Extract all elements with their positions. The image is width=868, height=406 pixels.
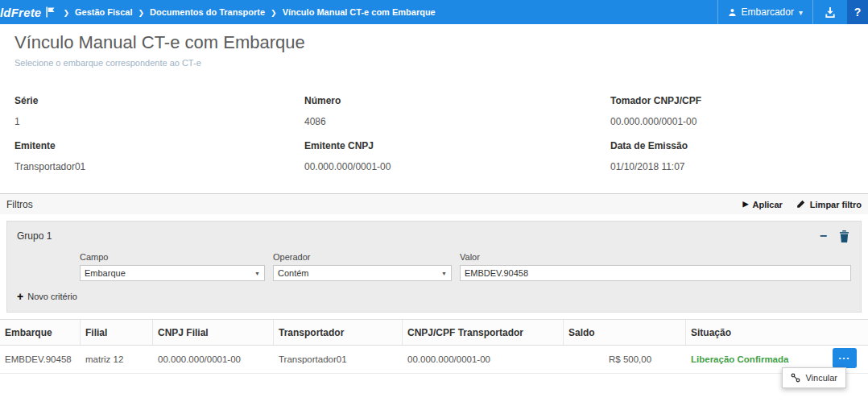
clear-filter-label: Limpar filtro [810, 200, 862, 209]
user-icon [728, 8, 737, 17]
select-arrow-icon: ▼ [254, 271, 260, 276]
select-arrow-icon: ▼ [441, 271, 447, 276]
cell-cnpj-transportador: 00.000.000/0001-00 [403, 346, 564, 373]
filters-actions: ▶ Aplicar Limpar filtro [743, 199, 862, 209]
detail-field-emitente-cnpj: Emitente CNPJ 00.000.000/0001-00 [304, 140, 610, 172]
table-row[interactable]: EMBDEV.90458 matriz 12 00.000.000/0001-0… [0, 346, 868, 374]
chevron-right-icon: ❯ [271, 10, 277, 17]
collapse-group-button[interactable]: − [820, 230, 827, 242]
operador-select[interactable]: Contém ▼ [273, 265, 452, 281]
topbar: ldFrete ❯ Gestão Fiscal ❯ Documentos do … [0, 0, 868, 24]
link-icon [791, 373, 800, 383]
detail-value: 4086 [304, 116, 610, 127]
campo-label: Campo [80, 252, 265, 262]
detail-field-emitente: Emitente Transportador01 [14, 140, 304, 172]
header-cell-embarque: Embarque [0, 320, 81, 345]
campo-field: Campo Embarque ▼ [80, 252, 265, 281]
valor-field: Valor [460, 252, 851, 281]
breadcrumb-item-gestao-fiscal[interactable]: Gestão Fiscal [75, 7, 133, 17]
breadcrumb: ❯ Gestão Fiscal ❯ Documentos do Transpor… [63, 7, 435, 17]
cell-transportador: Transportador01 [274, 346, 403, 373]
detail-label: Tomador CNPJ/CPF [610, 95, 868, 106]
filter-group-title: Grupo 1 [17, 230, 52, 242]
operador-label: Operador [273, 252, 452, 262]
app-logo[interactable]: ldFrete [0, 6, 56, 19]
header-cell-cnpj-filial: CNPJ Filial [153, 320, 274, 345]
user-menu-label: Embarcador [742, 6, 794, 18]
filter-group: Grupo 1 − Campo Embarque ▼ [6, 221, 862, 313]
results-table: Embarque Filial CNPJ Filial Transportado… [0, 319, 868, 374]
breadcrumb-item-documentos-transporte[interactable]: Documentos do Transporte [150, 7, 265, 17]
detail-field-data-emissao: Data de Emissão 01/10/2018 11:07 [610, 140, 868, 172]
header-cell-filial: Filial [81, 320, 153, 345]
detail-value: 01/10/2018 11:07 [610, 161, 868, 172]
download-icon [824, 6, 837, 19]
flag-icon [45, 6, 56, 18]
page-header: Vínculo Manual CT-e com Embarque Selecio… [0, 24, 868, 68]
cell-saldo: R$ 500,00 [564, 346, 686, 373]
delete-group-button[interactable] [839, 230, 849, 242]
valor-label: Valor [460, 252, 851, 262]
filters-title: Filtros [6, 199, 33, 210]
detail-field-tomador: Tomador CNPJ/CPF 00.000.000/0001-00 [610, 95, 868, 127]
detail-label: Série [14, 95, 304, 106]
detail-value: Transportador01 [14, 161, 304, 172]
add-criterion-label: Novo critério [27, 292, 77, 301]
trash-icon [839, 230, 849, 242]
chevron-right-icon: ❯ [138, 10, 145, 17]
download-button[interactable] [813, 0, 847, 24]
cell-filial: matriz 12 [81, 346, 153, 373]
apply-filter-label: Aplicar [753, 200, 783, 209]
clear-filter-button[interactable]: Limpar filtro [796, 199, 862, 209]
breadcrumb-item-vinculo-manual[interactable]: Vínculo Manual CT-e com Embarque [283, 7, 436, 17]
chevron-down-icon: ▾ [799, 8, 803, 17]
page-title: Vínculo Manual CT-e com Embarque [14, 32, 868, 53]
campo-select[interactable]: Embarque ▼ [80, 265, 265, 281]
detail-field-serie: Série 1 [14, 95, 304, 127]
apply-filter-button[interactable]: ▶ Aplicar [743, 200, 783, 209]
cell-embarque: EMBDEV.90458 [0, 346, 81, 373]
header-cell-cnpj-transportador: CNPJ/CPF Transportador [403, 320, 564, 345]
cte-details-section: Série 1 Número 4086 Tomador CNPJ/CPF 00.… [0, 95, 868, 185]
vincular-menu-item[interactable]: Vincular [782, 367, 846, 388]
operador-field: Operador Contém ▼ [273, 252, 452, 281]
filter-group-actions: − [820, 230, 849, 242]
detail-value: 00.000.000/0001-00 [610, 116, 868, 127]
help-button[interactable]: ? [847, 0, 868, 24]
detail-label: Data de Emissão [610, 140, 868, 151]
filter-group-header: Grupo 1 − [7, 228, 861, 242]
operador-selected-value: Contém [278, 268, 309, 278]
table-header-row: Embarque Filial CNPJ Filial Transportado… [0, 319, 868, 346]
filter-criterion-row: Campo Embarque ▼ Operador Contém ▼ Valor [80, 252, 851, 281]
valor-input[interactable] [460, 265, 851, 281]
header-cell-saldo: Saldo [564, 320, 686, 345]
campo-selected-value: Embarque [85, 268, 126, 278]
chevron-right-icon: ❯ [63, 10, 69, 17]
user-menu[interactable]: Embarcador ▾ [717, 0, 813, 24]
detail-value: 1 [14, 116, 304, 127]
detail-value: 00.000.000/0001-00 [304, 161, 610, 172]
logo-text: ldFrete [0, 6, 41, 19]
pen-icon [796, 199, 806, 209]
plus-icon: + [17, 291, 23, 302]
row-actions-button[interactable]: ••• [833, 348, 857, 368]
add-criterion-button[interactable]: + Novo critério [17, 291, 861, 302]
detail-field-numero: Número 4086 [304, 95, 610, 127]
page-subtitle: Selecione o embarque correspondente ao C… [14, 58, 868, 68]
vincular-label: Vincular [805, 373, 837, 383]
play-icon: ▶ [743, 201, 749, 208]
detail-label: Número [304, 95, 610, 106]
filters-bar: Filtros ▶ Aplicar Limpar filtro [0, 193, 868, 214]
topbar-right: Embarcador ▾ ? [717, 0, 868, 24]
detail-label: Emitente CNPJ [304, 140, 610, 151]
help-label: ? [854, 6, 862, 19]
app-screen: ldFrete ❯ Gestão Fiscal ❯ Documentos do … [0, 0, 868, 406]
header-cell-situacao: Situação [686, 320, 868, 345]
ellipsis-icon: ••• [839, 354, 850, 362]
cell-cnpj-filial: 00.000.000/0001-00 [153, 346, 274, 373]
detail-label: Emitente [14, 140, 304, 151]
header-cell-transportador: Transportador [274, 320, 403, 345]
